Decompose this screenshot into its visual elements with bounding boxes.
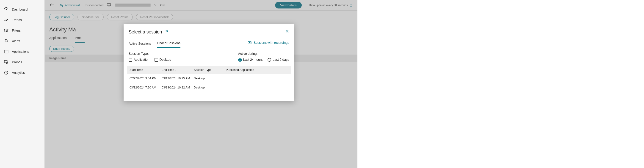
radio-2d[interactable]: Last 2 days [268, 58, 289, 62]
svg-rect-7 [4, 50, 8, 53]
radio-24h[interactable]: Last 24 hours [238, 58, 263, 62]
bell-icon [4, 38, 9, 44]
checkbox-desktop-label: Desktop [160, 58, 171, 62]
modal-title: Select a session [128, 29, 162, 34]
sidebar-item-trends[interactable]: Trends [0, 15, 44, 25]
recording-icon [248, 40, 252, 45]
sidebar-item-label: Analytics [12, 71, 25, 74]
cell-app [226, 86, 288, 89]
cell-start: 03/12/2024 7:20 AM [130, 86, 162, 89]
cell-end: 03/13/2024 10:25 AM [162, 76, 194, 80]
checkbox-application[interactable]: Application [128, 58, 150, 62]
gauge-icon [4, 7, 9, 12]
sidebar-item-label: Probes [12, 60, 22, 64]
cell-app [226, 76, 288, 80]
cell-end: 03/13/2024 10:22 AM [162, 86, 194, 89]
radio-icon [238, 58, 242, 62]
svg-point-0 [6, 9, 7, 10]
tab-active-sessions[interactable]: Active Sessions [128, 40, 151, 48]
sessions-table: Start Time End Time ↓ Session Type Publi… [127, 66, 291, 92]
radio-icon [268, 58, 271, 62]
sessions-with-recordings-link[interactable]: Sessions with recordings [248, 40, 289, 46]
sidebar-item-label: Dashboard [12, 8, 28, 11]
sidebar: Dashboard Trends Filters Alerts Applicat… [0, 0, 45, 168]
sidebar-item-probes[interactable]: Probes [0, 57, 44, 68]
sidebar-item-label: Filters [12, 29, 21, 32]
svg-point-6 [7, 29, 8, 30]
sidebar-item-filters[interactable]: Filters [0, 25, 44, 36]
modal-tabs: Active Sessions Ended Sessions Sessions … [124, 39, 294, 48]
sidebar-item-analytics[interactable]: Analytics [0, 68, 44, 78]
table-row[interactable]: 03/12/2024 7:20 AM 03/13/2024 10:22 AM D… [127, 83, 291, 92]
probe-icon [4, 60, 9, 65]
sidebar-item-label: Applications [12, 50, 29, 54]
svg-point-2 [4, 29, 5, 30]
th-published-application[interactable]: Published Application [226, 68, 288, 72]
sessions-with-recordings-label: Sessions with recordings [254, 41, 289, 44]
radio-2d-label: Last 2 days [272, 58, 289, 62]
th-end-time[interactable]: End Time ↓ [162, 68, 194, 72]
sidebar-item-alerts[interactable]: Alerts [0, 36, 44, 46]
svg-point-4 [6, 31, 7, 32]
radio-24h-label: Last 24 hours [243, 58, 263, 62]
analytics-icon [4, 70, 9, 75]
checkbox-icon [154, 58, 158, 62]
window-icon [4, 49, 9, 54]
trends-icon [4, 18, 9, 22]
cell-type: Desktop [194, 86, 226, 89]
select-session-modal: Select a session Active Sessions Ended S… [124, 24, 294, 101]
table-row[interactable]: 02/27/2024 3:04 PM 03/13/2024 10:25 AM D… [127, 74, 291, 83]
close-icon[interactable] [285, 29, 289, 35]
sliders-icon [4, 28, 9, 33]
th-start-time[interactable]: Start Time [130, 68, 162, 72]
checkbox-application-label: Application [134, 58, 150, 62]
sidebar-item-label: Trends [12, 18, 22, 22]
tab-ended-sessions[interactable]: Ended Sessions [157, 39, 180, 48]
checkbox-desktop[interactable]: Desktop [154, 58, 171, 62]
th-session-type[interactable]: Session Type [194, 68, 226, 72]
active-during-label: Active during: [238, 52, 289, 56]
sort-desc-icon: ↓ [175, 68, 176, 71]
checkbox-icon [128, 58, 132, 62]
sidebar-item-applications[interactable]: Applications [0, 46, 44, 57]
modal-refresh-icon[interactable] [164, 30, 168, 34]
sidebar-item-label: Alerts [12, 39, 20, 43]
sessions-table-header: Start Time End Time ↓ Session Type Publi… [127, 66, 291, 74]
cell-start: 02/27/2024 3:04 PM [130, 76, 162, 80]
sidebar-item-dashboard[interactable]: Dashboard [0, 4, 44, 15]
cell-type: Desktop [194, 76, 226, 80]
session-type-label: Session Type: [128, 52, 238, 56]
main-area: Administrat... Disconnected ON View Deta… [45, 0, 358, 168]
